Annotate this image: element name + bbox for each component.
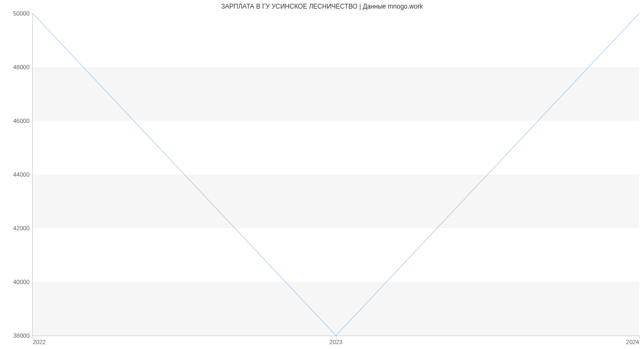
y-tick-label: 46000	[13, 118, 30, 124]
line-layer	[33, 13, 639, 336]
y-tick-label: 50000	[13, 10, 30, 17]
chart-title: ЗАРПЛАТА В ГУ УСИНСКОЕ ЛЕСНИЧЕСТВО | Дан…	[0, 3, 644, 10]
y-tick-label: 40000	[13, 279, 30, 285]
y-tick-label: 42000	[13, 225, 30, 231]
plot-area: 3800040000420004400046000480005000020222…	[32, 13, 639, 336]
y-tick-label: 38000	[13, 332, 30, 339]
x-tick-label: 2022	[33, 339, 46, 345]
y-tick-label: 44000	[13, 171, 30, 178]
x-tick-label: 2024	[626, 339, 639, 345]
series-line	[33, 13, 639, 336]
x-tick-label: 2023	[330, 339, 342, 345]
salary-line-chart: ЗАРПЛАТА В ГУ УСИНСКОЕ ЛЕСНИЧЕСТВО | Дан…	[0, 0, 644, 349]
y-tick-label: 48000	[13, 64, 30, 70]
x-tick-mark	[639, 336, 640, 339]
